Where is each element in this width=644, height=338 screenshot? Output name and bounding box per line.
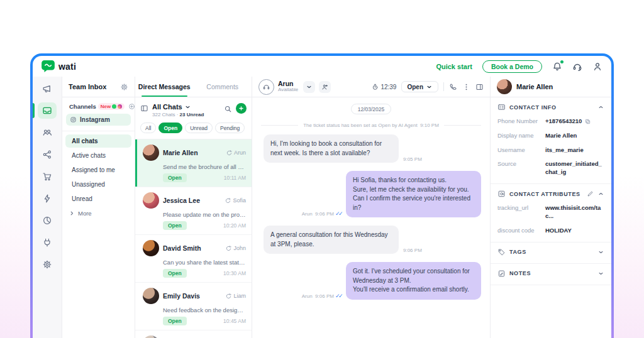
- agent-meta: Arun Available: [278, 80, 298, 93]
- analytics-icon[interactable]: [38, 212, 57, 229]
- filter-pending[interactable]: Pending: [215, 123, 245, 133]
- add-channel-icon[interactable]: [128, 103, 135, 110]
- nav-rail: [33, 77, 62, 338]
- chat-row-david-smith[interactable]: David Smith John Can you share the lates…: [135, 235, 252, 283]
- commerce-icon[interactable]: [38, 168, 57, 185]
- agent-avatar: [258, 79, 274, 95]
- automation-icon[interactable]: [38, 190, 57, 207]
- message-time: 9:06 PM: [403, 248, 422, 254]
- contacts-icon[interactable]: [38, 124, 57, 141]
- chevron-down-icon: [184, 104, 191, 111]
- wati-logo-icon: [42, 60, 55, 72]
- tab-direct-messages[interactable]: Direct Messages: [135, 77, 194, 97]
- flows-icon[interactable]: [38, 146, 57, 163]
- wati-logo: wati: [42, 60, 76, 72]
- tag-icon: [497, 248, 506, 256]
- timer-icon: [372, 84, 379, 90]
- field-discount-code: discount code HOLIDAY: [497, 227, 604, 235]
- filter-open[interactable]: Open: [158, 123, 182, 133]
- system-event-row: The ticket status has been set as Open b…: [261, 123, 481, 128]
- chat-row-oliver-johnson[interactable]: Oliver Johnson Emma Let's schedule a mee…: [135, 330, 252, 338]
- instagram-icon: [118, 104, 122, 109]
- status-badge: Open: [163, 317, 187, 325]
- field-tracking-url: tracking_url www.thisisit.com/tac...: [497, 204, 604, 221]
- field-source: Source customer_initiated_chat_ig: [497, 160, 604, 177]
- assigned-agent: Liam: [225, 293, 246, 300]
- channels-label: Channels: [69, 103, 96, 110]
- avatar: [143, 192, 159, 209]
- folder-active-chats[interactable]: Active chats: [65, 149, 131, 162]
- sidebar-item-instagram[interactable]: Instagram: [66, 114, 131, 126]
- search-icon[interactable]: [224, 105, 232, 113]
- instagram-glyph-icon: [70, 116, 77, 123]
- folder-assigned-to-me[interactable]: Assigned to me: [65, 163, 131, 177]
- chevron-up-icon[interactable]: [597, 104, 604, 111]
- chat-row-marie-allen[interactable]: Marie Allen Arun Send me the brochure of…: [135, 139, 252, 187]
- inbox-settings-gear-icon[interactable]: [120, 83, 128, 91]
- field-display-name: Display name Marie Allen: [497, 132, 604, 140]
- headset-icon: [262, 83, 270, 91]
- status-badge: Open: [163, 173, 187, 182]
- filter-all[interactable]: All: [140, 123, 156, 133]
- contact-attributes-header[interactable]: CONTACT ATTRIBUTES: [497, 190, 604, 198]
- contact-name: Marie Allen: [516, 83, 553, 90]
- contact-attributes-section: CONTACT ATTRIBUTES tracking_url www.this…: [491, 184, 611, 242]
- copy-icon[interactable]: [584, 118, 591, 125]
- folders-more-toggle[interactable]: More: [62, 206, 135, 221]
- message-meta: Arun 9:06 PM✓✓: [302, 293, 341, 300]
- brand-name: wati: [58, 62, 76, 72]
- status-badge: Open: [163, 269, 187, 278]
- chevron-right-icon: [69, 210, 75, 217]
- whatsapp-icon: [112, 104, 116, 109]
- assigned-agent: Arun: [226, 150, 246, 156]
- read-receipt-icon: ✓✓: [335, 293, 341, 299]
- integrations-icon[interactable]: [38, 234, 57, 251]
- field-phone-number: Phone Number +1876543210: [497, 117, 604, 126]
- agent-status-dropdown[interactable]: [303, 81, 315, 93]
- plus-icon: [238, 105, 245, 112]
- notifications-bell-icon[interactable]: [552, 62, 562, 72]
- avatar: [143, 240, 159, 256]
- filter-unread[interactable]: Unread: [185, 123, 213, 133]
- more-options-icon[interactable]: [462, 83, 470, 91]
- folder-all-chats[interactable]: All chats: [65, 134, 131, 148]
- avatar: [143, 335, 159, 338]
- support-headset-icon[interactable]: [572, 62, 582, 72]
- side-panel-toggle-icon[interactable]: [475, 83, 484, 91]
- message-incoming: A general consultation for this Wednesda…: [261, 226, 481, 254]
- call-phone-icon[interactable]: [449, 83, 457, 91]
- folder-unread[interactable]: Unread: [65, 192, 131, 205]
- assigned-agent: Sofia: [225, 197, 246, 204]
- ticket-status-dropdown[interactable]: Open: [401, 81, 438, 92]
- team-inbox-icon[interactable]: [38, 102, 57, 119]
- assign-user-button[interactable]: [319, 81, 331, 93]
- chevron-down-icon[interactable]: [597, 249, 604, 256]
- book-demo-button[interactable]: Book a Demo: [482, 60, 542, 73]
- channels-new-badge: New: [98, 103, 125, 110]
- chat-row-jessica-lee[interactable]: Jessica Lee Sofia Please update me on th…: [135, 187, 252, 235]
- tags-section: TAGS: [491, 243, 611, 264]
- tab-comments[interactable]: Comments: [194, 77, 252, 97]
- folder-unassigned[interactable]: Unassigned: [65, 178, 131, 191]
- broadcast-icon[interactable]: [38, 80, 57, 97]
- chevron-up-icon[interactable]: [597, 190, 604, 197]
- chat-list-panel: Direct Messages Comments All Chats 322 C…: [135, 77, 252, 338]
- contact-info-header[interactable]: CONTACT INFO: [497, 103, 604, 111]
- collapse-panel-icon[interactable]: [140, 104, 148, 112]
- date-separator: 12/03/2025: [351, 104, 392, 114]
- assign-user-icon: [321, 84, 328, 90]
- edit-pencil-icon[interactable]: [587, 190, 594, 197]
- new-chat-button[interactable]: [236, 103, 247, 114]
- chat-row-emily-davis[interactable]: Emily Davis Liam Need feedback on the de…: [135, 283, 252, 330]
- settings-icon[interactable]: [38, 256, 57, 273]
- team-inbox-title: Team Inbox: [69, 83, 106, 90]
- chevron-down-icon[interactable]: [597, 270, 604, 277]
- channels-collapse-row[interactable]: Channels New: [62, 97, 135, 114]
- quick-start-link[interactable]: Quick start: [436, 63, 472, 70]
- notes-header[interactable]: NOTES: [497, 270, 604, 278]
- chat-view-selector[interactable]: All Chats: [152, 103, 220, 111]
- message-meta: Arun 9:06 PM✓✓: [302, 210, 341, 217]
- attributes-card-icon: [497, 190, 506, 198]
- tags-header[interactable]: TAGS: [497, 248, 604, 256]
- profile-icon[interactable]: [592, 62, 602, 72]
